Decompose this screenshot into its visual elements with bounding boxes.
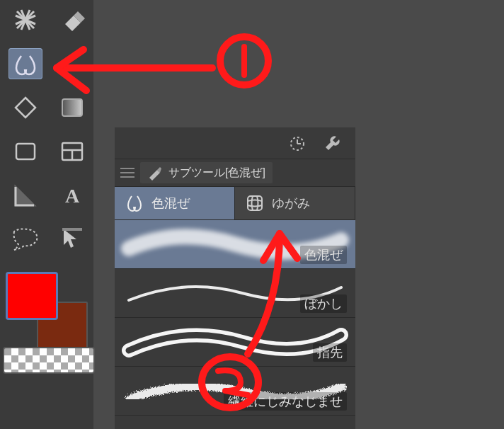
subtool-title[interactable]: サブツール[色混ぜ] [140, 162, 273, 183]
tool-operation[interactable] [55, 224, 89, 255]
tool-fill[interactable] [8, 92, 42, 123]
tool-shape[interactable] [8, 136, 42, 167]
svg-rect-6 [248, 196, 262, 210]
tool-frame[interactable] [55, 136, 89, 167]
subtool-list: 色混ぜ ぼかし 指先 繊維にじみなじませ [115, 220, 355, 429]
tool-gradient[interactable] [55, 92, 89, 123]
tool-property-bar [115, 127, 355, 159]
subtool-panel: サブツール[色混ぜ] 色混ぜ ゆがみ 色混ぜ [115, 0, 355, 429]
subtool-item-blend[interactable]: 色混ぜ [115, 220, 355, 269]
tool-sidebar: A [0, 0, 93, 429]
transparent-color-swatch[interactable] [3, 347, 95, 374]
timer-icon[interactable] [287, 133, 307, 153]
tool-text[interactable]: A [55, 180, 89, 211]
foreground-color-swatch[interactable] [6, 272, 58, 320]
subtool-title-group: [色混ぜ] [225, 166, 265, 178]
tool-eraser[interactable] [55, 4, 89, 35]
subtool-item-label: ぼかし [300, 294, 347, 313]
tool-speech-balloon[interactable] [8, 224, 42, 255]
tab-distort-label: ゆがみ [272, 195, 310, 212]
svg-rect-1 [16, 144, 35, 159]
subtool-item-fiber[interactable]: 繊維にじみなじませ [115, 367, 355, 416]
subtool-tabs: 色混ぜ ゆがみ [115, 187, 355, 220]
tab-blend-label: 色混ぜ [151, 195, 190, 212]
svg-rect-0 [62, 99, 82, 116]
color-swatches [3, 272, 91, 350]
tool-remove-dust[interactable] [8, 4, 42, 35]
tab-distort[interactable]: ゆがみ [235, 187, 355, 219]
svg-text:A: A [65, 185, 80, 207]
subtool-item-label: 色混ぜ [300, 246, 347, 264]
subtool-title-prefix: サブツール [168, 166, 225, 178]
subtool-item-fingertip[interactable]: 指先 [115, 318, 355, 367]
tab-blend[interactable]: 色混ぜ [115, 187, 235, 219]
panel-grip-icon[interactable] [120, 165, 134, 181]
wrench-icon[interactable] [323, 133, 343, 153]
tool-blend[interactable] [8, 48, 42, 79]
svg-rect-4 [62, 228, 82, 231]
tool-ruler[interactable] [8, 180, 42, 211]
subtool-item-label: 指先 [313, 343, 347, 362]
subtool-item-label: 繊維にじみなじませ [224, 392, 347, 411]
subtool-header: サブツール[色混ぜ] [115, 159, 355, 187]
subtool-item-blur[interactable]: ぼかし [115, 269, 355, 318]
